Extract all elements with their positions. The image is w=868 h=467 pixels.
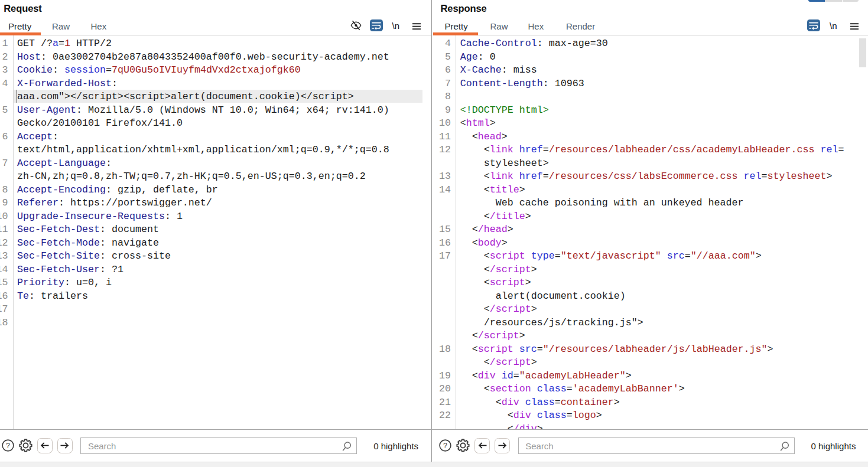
svg-text:?: ? xyxy=(443,442,447,450)
svg-text:?: ? xyxy=(6,442,10,450)
